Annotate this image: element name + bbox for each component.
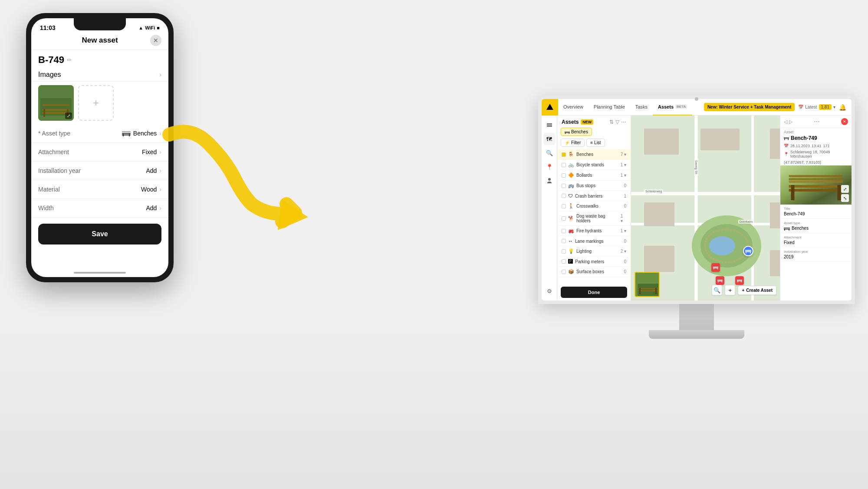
nav-overview[interactable]: Overview bbox=[558, 99, 589, 116]
field-row-width[interactable]: Width Add › bbox=[31, 199, 168, 218]
svg-rect-62 bbox=[784, 139, 785, 140]
create-asset-button[interactable]: + Create Asset bbox=[738, 286, 776, 295]
field-row-asset-type[interactable]: Asset type Benches › bbox=[31, 124, 168, 143]
expand-icon[interactable]: ⤢ bbox=[65, 112, 72, 119]
map-thumbnail[interactable] bbox=[635, 272, 660, 297]
checkbox[interactable] bbox=[562, 239, 566, 243]
checkbox[interactable] bbox=[562, 249, 566, 254]
list-item[interactable]: 🚶 Crosswalks 0 bbox=[557, 201, 631, 211]
edit-icon[interactable]: ✏ bbox=[67, 56, 72, 63]
list-item[interactable]: 🐕 Dog waste bag holders 1 ▾ bbox=[557, 211, 631, 226]
list-item[interactable]: 🚒 Fire hydrants 1 ▾ bbox=[557, 226, 631, 236]
chevron-down-icon[interactable]: ▾ bbox=[833, 105, 835, 109]
list-item[interactable]: 💡 Lighting 2 ▾ bbox=[557, 246, 631, 257]
svg-rect-13 bbox=[547, 123, 552, 124]
svg-rect-32 bbox=[770, 129, 780, 159]
bench-icon bbox=[122, 130, 131, 136]
field-row-material[interactable]: Material Wood › bbox=[31, 180, 168, 199]
map-marker-selected[interactable] bbox=[743, 246, 753, 256]
checkbox[interactable] bbox=[562, 173, 566, 178]
photo-contract-button[interactable]: ⤡ bbox=[841, 194, 849, 202]
detail-panel-header: ◁ ▷ ⋯ ✕ bbox=[780, 116, 852, 128]
sidebar-search-icon[interactable]: 🔍 bbox=[543, 147, 556, 159]
sidebar-person-icon[interactable] bbox=[543, 175, 556, 187]
more-options-icon[interactable]: ⋯ bbox=[814, 118, 820, 125]
chevron-right-icon: › bbox=[159, 149, 161, 155]
list-item[interactable]: 🪑 Benches 7 ▾ bbox=[557, 149, 631, 160]
nav-assets[interactable]: Assets BETA bbox=[653, 99, 692, 116]
item-count: 1 bbox=[624, 194, 626, 198]
map-marker-bench[interactable] bbox=[711, 263, 720, 272]
save-button[interactable]: Save bbox=[38, 224, 161, 244]
images-chevron-icon: › bbox=[159, 71, 161, 79]
benches-chip[interactable]: Benches bbox=[561, 128, 592, 136]
detail-photo[interactable]: ⤢ ⤡ bbox=[780, 165, 852, 205]
checkbox[interactable] bbox=[562, 229, 566, 233]
detail-meta-date: 📅 28.11.2023 13:41 171 bbox=[780, 143, 852, 149]
sort-icon[interactable]: ⇅ bbox=[609, 119, 614, 125]
map-marker-bench[interactable] bbox=[716, 276, 724, 285]
monitor-stand-neck bbox=[679, 304, 714, 330]
svg-point-29 bbox=[709, 236, 735, 255]
field-row-installation-year[interactable]: Installation year Add › bbox=[31, 162, 168, 180]
new-feature-button[interactable]: New: Winter Service + Task Management bbox=[704, 103, 795, 111]
sidebar-map-icon[interactable]: 🗺 bbox=[543, 133, 556, 145]
more-icon[interactable]: ⋯ bbox=[621, 119, 626, 125]
list-item[interactable]: 📦 Surface boxes 0 bbox=[557, 267, 631, 277]
filter-button[interactable]: ⚡ Filter bbox=[561, 139, 585, 147]
plus-icon: + bbox=[742, 288, 744, 293]
checkbox[interactable] bbox=[562, 216, 566, 221]
checkbox[interactable] bbox=[562, 204, 566, 208]
detail-asset-label: Asset bbox=[780, 128, 852, 135]
add-marker-button[interactable]: + bbox=[725, 285, 735, 295]
map-controls: 🔍 + + Create Asset bbox=[712, 285, 776, 295]
attachment-field-label: Attachment bbox=[784, 235, 848, 239]
item-name: Lane markings bbox=[575, 239, 604, 244]
nav-next-icon[interactable]: ▷ bbox=[789, 119, 792, 125]
checkbox[interactable] bbox=[562, 163, 566, 167]
list-button[interactable]: ≡ List bbox=[586, 139, 605, 147]
detail-close-button[interactable]: ✕ bbox=[841, 118, 848, 125]
checkbox[interactable] bbox=[562, 184, 566, 188]
sidebar-pin-icon[interactable]: 📍 bbox=[543, 161, 556, 173]
map-marker-bench[interactable] bbox=[735, 276, 744, 285]
beta-badge: BETA bbox=[675, 104, 687, 109]
list-item[interactable]: ↔ Lane markings 0 bbox=[557, 236, 631, 246]
calendar-icon: 📅 bbox=[798, 105, 803, 109]
add-image-button[interactable]: + bbox=[78, 85, 114, 121]
nav-planning-table[interactable]: Planning Table bbox=[589, 99, 630, 116]
list-item[interactable]: 🚲 Bicycle stands 1 ▾ bbox=[557, 160, 631, 170]
map-area[interactable]: Schleierweg Dornhalm Saweg Str. bbox=[631, 116, 780, 301]
nav-tasks[interactable]: Tasks bbox=[630, 99, 653, 116]
svg-rect-38 bbox=[713, 267, 718, 268]
done-button[interactable]: Done bbox=[561, 287, 627, 298]
field-row-attachment[interactable]: Attachment Fixed › bbox=[31, 143, 168, 162]
nav-prev-icon[interactable]: ◁ bbox=[784, 119, 787, 125]
zoom-search-button[interactable]: 🔍 bbox=[712, 285, 722, 295]
list-item[interactable]: 🚌 Bus stops 0 bbox=[557, 181, 631, 191]
notification-bell-icon[interactable]: 🔔 bbox=[839, 104, 846, 111]
photo-expand-button[interactable]: ⤢ bbox=[841, 185, 849, 193]
lane-list-icon: ↔ bbox=[568, 238, 573, 244]
phone-close-button[interactable]: ✕ bbox=[150, 35, 161, 46]
item-count: 1 ▾ bbox=[621, 173, 626, 178]
phone-images-row[interactable]: Images › bbox=[31, 68, 168, 82]
svg-rect-44 bbox=[718, 281, 719, 283]
sidebar-layers-icon[interactable] bbox=[543, 119, 556, 131]
list-item[interactable]: 🅿 Parking meters 0 bbox=[557, 257, 631, 267]
svg-rect-71 bbox=[789, 178, 843, 180]
phone-thumbnail[interactable]: ⤢ bbox=[38, 85, 74, 121]
detail-field-installation-year: Installation year 2019 bbox=[780, 248, 852, 262]
list-item[interactable]: 🔶 Bollards 1 ▾ bbox=[557, 170, 631, 181]
checkbox[interactable] bbox=[562, 259, 566, 264]
sidebar-settings-icon[interactable]: ⚙ bbox=[543, 285, 556, 297]
item-count: 7 ▾ bbox=[621, 152, 626, 157]
item-count: 0 bbox=[624, 183, 626, 188]
checkbox[interactable] bbox=[562, 194, 566, 198]
filter2-icon[interactable]: ▽ bbox=[615, 119, 619, 125]
checkbox[interactable] bbox=[562, 270, 566, 274]
list-item[interactable]: 🛡 Crash barriers 1 bbox=[557, 191, 631, 201]
checkbox[interactable] bbox=[562, 152, 566, 157]
item-name: Bicycle stands bbox=[576, 162, 604, 167]
item-name: Crash barriers bbox=[575, 194, 602, 198]
